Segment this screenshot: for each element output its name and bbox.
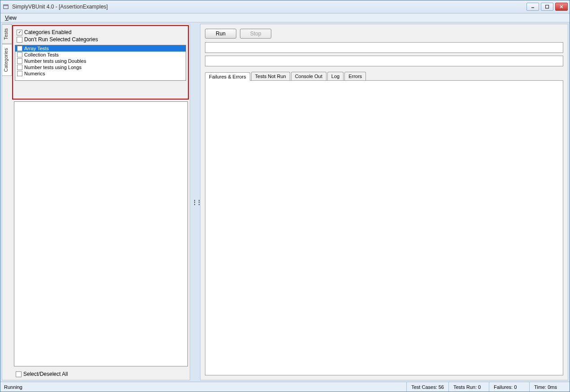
category-list[interactable]: Array TestsCollection TestsNumber tests …	[15, 45, 186, 81]
category-item-checkbox[interactable]	[17, 65, 22, 70]
statusbar: Running Test Cases: 56 Tests Run: 0 Fail…	[0, 382, 570, 392]
category-item[interactable]: Numerics	[15, 70, 186, 77]
category-item-label: Array Tests	[24, 46, 49, 51]
menubar: View	[0, 13, 570, 22]
category-item-label: Number tests using Doubles	[24, 58, 86, 64]
tree-area[interactable]	[14, 101, 188, 366]
category-item[interactable]: Number tests using Longs	[15, 64, 186, 70]
tab-log[interactable]: Log	[327, 72, 344, 80]
category-item-checkbox[interactable]	[17, 46, 22, 51]
status-state: Running	[0, 384, 406, 390]
app-icon	[2, 3, 9, 10]
output-area[interactable]	[205, 80, 563, 375]
category-item-checkbox[interactable]	[17, 71, 22, 76]
tab-not-run[interactable]: Tests Not Run	[251, 72, 290, 80]
select-all-label: Select/Deselect All	[23, 371, 68, 377]
category-item[interactable]: Array Tests	[15, 45, 186, 52]
categories-enabled-label: Categories Enabled	[24, 29, 71, 35]
categories-enabled-checkbox[interactable]: ✓	[17, 30, 22, 35]
dont-run-checkbox[interactable]	[17, 37, 22, 43]
close-button[interactable]	[555, 3, 568, 11]
categories-panel-highlight: ✓ Categories Enabled Don't Run Selected …	[12, 25, 189, 100]
tab-console[interactable]: Console Out	[291, 72, 326, 80]
side-tabs: Tests Categories	[2, 24, 12, 380]
progress-bar-1	[205, 42, 563, 53]
window-title: SimplyVBUnit 4.0 - [AssertionExamples]	[12, 4, 526, 10]
maximize-button[interactable]	[541, 3, 553, 11]
titlebar[interactable]: SimplyVBUnit 4.0 - [AssertionExamples]	[0, 0, 570, 13]
svg-rect-1	[4, 5, 9, 6]
splitter-grip-icon: ⋮⋮	[192, 199, 201, 205]
side-tab-tests[interactable]: Tests	[2, 24, 12, 44]
category-item-label: Number tests using Longs	[24, 65, 82, 70]
category-item-checkbox[interactable]	[17, 52, 22, 57]
progress-bar-2	[205, 56, 563, 66]
run-button[interactable]: Run	[205, 29, 236, 39]
category-item-checkbox[interactable]	[17, 58, 22, 64]
dont-run-label: Don't Run Selected Categories	[24, 36, 98, 43]
menu-view[interactable]: View	[2, 14, 19, 22]
minimize-button[interactable]	[526, 3, 539, 11]
category-item-label: Collection Tests	[24, 52, 59, 57]
tab-failures[interactable]: Failures & Errors	[205, 72, 250, 81]
category-item[interactable]: Number tests using Doubles	[15, 58, 186, 64]
select-all-checkbox[interactable]	[16, 371, 22, 377]
svg-rect-3	[546, 5, 549, 9]
app-window: SimplyVBUnit 4.0 - [AssertionExamples] V…	[0, 0, 570, 392]
right-pane: Run Stop Failures & Errors Tests Not Run…	[200, 24, 568, 380]
side-tab-categories[interactable]: Categories	[2, 44, 12, 76]
status-failures: Failures: 0	[489, 382, 529, 392]
status-test-cases: Test Cases: 56	[406, 382, 448, 392]
output-tabs: Failures & Errors Tests Not Run Console …	[205, 72, 563, 80]
client-area: Tests Categories ✓ Categories Enabled Do…	[0, 22, 570, 382]
status-time: Time: 0ms	[529, 382, 570, 392]
status-tests-run: Tests Run: 0	[448, 382, 489, 392]
splitter[interactable]: ⋮⋮	[193, 24, 200, 380]
category-options: ✓ Categories Enabled Don't Run Selected …	[13, 26, 188, 45]
category-item[interactable]: Collection Tests	[15, 52, 186, 58]
left-content: ✓ Categories Enabled Don't Run Selected …	[12, 24, 190, 380]
tab-errors[interactable]: Errors	[344, 72, 366, 80]
category-item-label: Numerics	[24, 71, 45, 76]
left-pane: Tests Categories ✓ Categories Enabled Do…	[2, 24, 190, 380]
stop-button[interactable]: Stop	[240, 29, 271, 39]
